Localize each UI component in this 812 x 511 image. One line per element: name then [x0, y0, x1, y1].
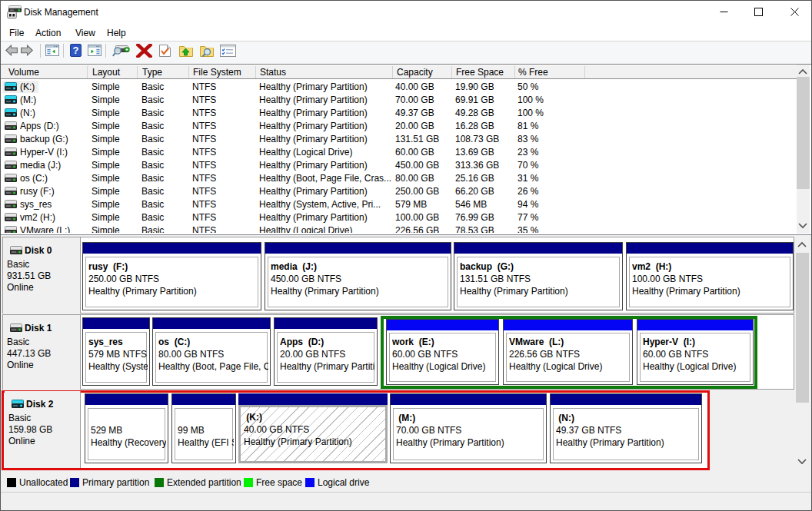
svg-text:?: ? [73, 45, 79, 56]
